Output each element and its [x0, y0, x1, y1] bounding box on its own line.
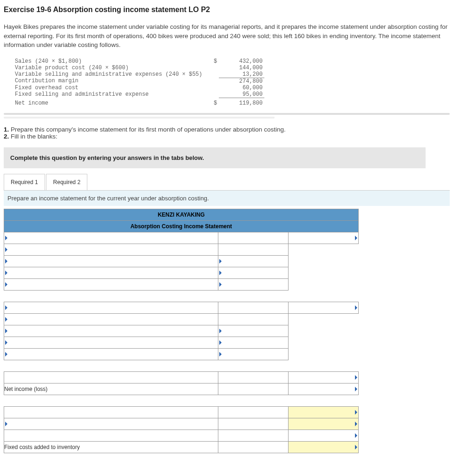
row-amount-dropdown[interactable] — [218, 256, 288, 267]
vc-row-label: Fixed overhead cost — [13, 85, 212, 91]
vc-row-label: Sales (240 × $1,800) — [13, 58, 212, 65]
row-label-dropdown[interactable] — [4, 244, 218, 255]
vc-row-label: Variable product cost (240 × $600) — [13, 65, 212, 71]
row-label-dropdown[interactable] — [4, 314, 218, 325]
tab-required-2[interactable]: Required 2 — [46, 174, 87, 191]
row-label-dropdown[interactable] — [4, 325, 218, 337]
row-amount-dropdown[interactable] — [218, 325, 288, 337]
vc-row-amount: 60,000 — [219, 85, 264, 91]
tab-required-1[interactable]: Required 1 — [4, 174, 45, 191]
question-list: 1. Prepare this company's income stateme… — [4, 126, 450, 140]
complete-question-instruction: Complete this question by entering your … — [4, 147, 426, 168]
row-amount-dropdown[interactable] — [289, 232, 358, 244]
row-amount-input[interactable] — [289, 407, 358, 418]
net-income-amount[interactable] — [289, 383, 358, 395]
row-label-dropdown[interactable] — [4, 302, 218, 313]
question-2: Fill in the blanks: — [11, 133, 58, 140]
row-amount-dropdown[interactable] — [218, 349, 288, 360]
divider — [4, 113, 450, 115]
vc-row-label: Variable selling and administrative expe… — [13, 71, 212, 78]
row-amount-dropdown[interactable] — [289, 430, 358, 441]
row-label-dropdown[interactable] — [4, 337, 218, 348]
divider — [4, 117, 275, 119]
vc-row-label: Contribution margin — [13, 78, 212, 85]
row-amount-dropdown[interactable] — [218, 279, 288, 290]
vc-row-label: Fixed selling and administrative expense — [13, 91, 212, 98]
row-label-dropdown[interactable] — [4, 267, 218, 278]
vc-row-amount: 432,000 — [219, 58, 264, 65]
variable-costing-statement: Sales (240 × $1,800)$432,000Variable pro… — [13, 58, 264, 106]
vc-row-amount: 274,800 — [219, 78, 264, 85]
row-amount-dropdown[interactable] — [218, 267, 288, 278]
vc-row-amount: 95,000 — [219, 91, 264, 98]
row-amount-input[interactable] — [289, 418, 358, 430]
fixed-costs-amount[interactable] — [289, 442, 358, 453]
row-label-dropdown[interactable] — [4, 279, 218, 290]
fixed-costs-label: Fixed costs added to inventory — [4, 441, 218, 453]
statement-title-header: Absorption Costing Income Statement — [4, 220, 359, 232]
vc-row-amount: 144,000 — [219, 65, 264, 71]
row-label-dropdown[interactable] — [4, 256, 218, 267]
exercise-title: Exercise 19-6 Absorption costing income … — [4, 6, 450, 14]
row-label-dropdown[interactable] — [4, 418, 218, 430]
net-income-label: Net income (loss) — [4, 383, 218, 395]
tab-bar: Required 1 Required 2 — [4, 174, 450, 191]
question-1: Prepare this company's income statement … — [11, 126, 286, 133]
company-header: KENZI KAYAKING — [4, 209, 359, 220]
tab-sub-instruction: Prepare an income statement for the curr… — [4, 190, 450, 206]
row-amount-dropdown[interactable] — [289, 302, 358, 313]
row-label-dropdown[interactable] — [4, 232, 218, 244]
vc-row-amount: 13,200 — [219, 71, 264, 78]
row-amount-dropdown[interactable] — [289, 372, 358, 383]
vc-row-label: Net income — [13, 100, 212, 106]
answer-table: KENZI KAYAKING Absorption Costing Income… — [4, 209, 359, 453]
row-amount-dropdown[interactable] — [218, 337, 288, 348]
intro-paragraph: Hayek Bikes prepares the income statemen… — [4, 22, 450, 50]
row-label-dropdown[interactable] — [4, 349, 218, 360]
vc-row-amount: 119,800 — [219, 100, 264, 106]
